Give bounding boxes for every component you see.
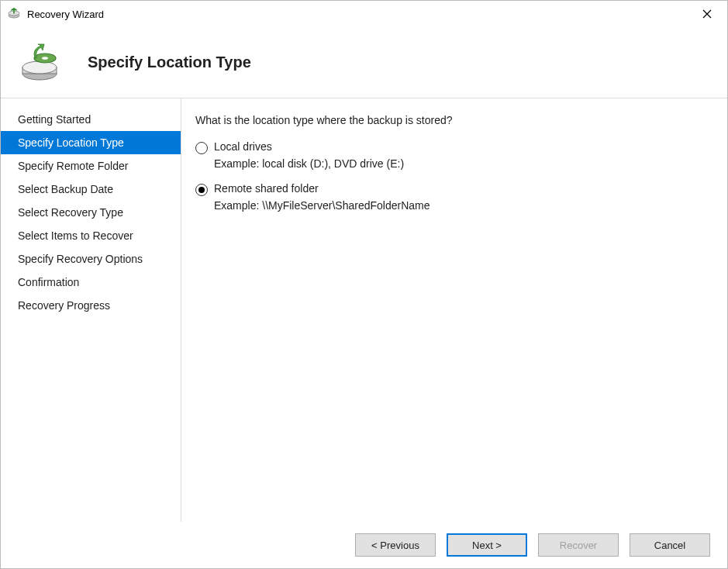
cancel-button[interactable]: Cancel xyxy=(630,533,710,557)
example-local-drives: Example: local disk (D:), DVD drive (E:) xyxy=(214,157,713,170)
wizard-content: What is the location type where the back… xyxy=(181,98,727,522)
radio-option-local-drives: Local drives Example: local disk (D:), D… xyxy=(195,140,713,170)
sidebar-item-recovery-progress[interactable]: Recovery Progress xyxy=(1,294,181,317)
radio-remote-shared-folder[interactable] xyxy=(195,184,208,196)
radio-label-remote-shared-folder[interactable]: Remote shared folder xyxy=(214,182,319,195)
sidebar-item-select-recovery-type[interactable]: Select Recovery Type xyxy=(1,201,181,224)
app-icon xyxy=(7,7,21,21)
next-button[interactable]: Next > xyxy=(447,533,527,557)
sidebar-item-specify-recovery-options[interactable]: Specify Recovery Options xyxy=(1,247,181,271)
wizard-body: Getting Started Specify Location Type Sp… xyxy=(1,98,727,522)
recover-button: Recover xyxy=(538,533,619,557)
sidebar-item-specify-location-type[interactable]: Specify Location Type xyxy=(1,131,181,154)
page-title: Specify Location Type xyxy=(88,53,251,71)
content-prompt: What is the location type where the back… xyxy=(195,114,713,126)
radio-local-drives[interactable] xyxy=(195,142,208,154)
svg-point-8 xyxy=(42,57,48,60)
wizard-header: Specify Location Type xyxy=(1,27,727,98)
wizard-footer: < Previous Next > Recover Cancel xyxy=(1,522,727,568)
window-title: Recovery Wizard xyxy=(27,9,692,20)
wizard-steps-sidebar: Getting Started Specify Location Type Sp… xyxy=(1,98,181,522)
close-button[interactable] xyxy=(692,2,723,26)
sidebar-item-select-items-to-recover[interactable]: Select Items to Recover xyxy=(1,224,181,247)
radio-label-local-drives[interactable]: Local drives xyxy=(214,140,272,153)
sidebar-item-select-backup-date[interactable]: Select Backup Date xyxy=(1,178,181,201)
titlebar: Recovery Wizard xyxy=(1,1,727,27)
location-type-radio-group: Local drives Example: local disk (D:), D… xyxy=(195,140,713,212)
recovery-icon xyxy=(18,41,61,84)
sidebar-item-getting-started[interactable]: Getting Started xyxy=(1,108,181,131)
sidebar-item-confirmation[interactable]: Confirmation xyxy=(1,271,181,294)
example-remote-shared-folder: Example: \\MyFileServer\SharedFolderName xyxy=(214,199,713,212)
svg-point-6 xyxy=(22,61,57,74)
sidebar-item-specify-remote-folder[interactable]: Specify Remote Folder xyxy=(1,154,181,178)
close-icon xyxy=(702,9,712,19)
previous-button[interactable]: < Previous xyxy=(355,533,436,557)
radio-option-remote-shared-folder: Remote shared folder Example: \\MyFileSe… xyxy=(195,182,713,212)
